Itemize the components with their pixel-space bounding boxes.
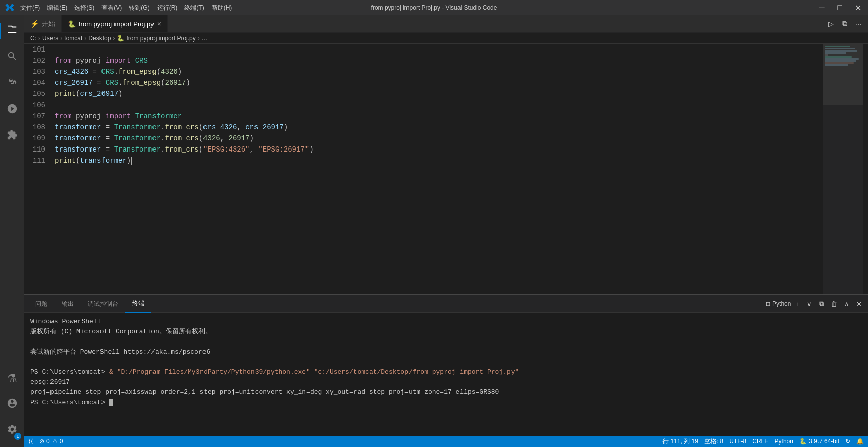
split-editor-button[interactable]: ⧉ — [840, 19, 850, 28]
code-line-109: transformer = Transformer.from_crs(4326,… — [55, 133, 823, 144]
panel-tab-debug[interactable]: 调试控制台 — [81, 295, 125, 313]
vertical-scrollbar[interactable] — [863, 44, 868, 294]
editor-content[interactable]: 101 102 103 104 105 106 107 108 109 110 … — [24, 44, 868, 294]
status-language[interactable]: Python — [775, 438, 793, 445]
settings-badge: 1 — [14, 433, 21, 440]
code-line-108: transformer = Transformer.from_crs(crs_4… — [55, 122, 823, 133]
status-python-version[interactable]: 🐍 3.9.7 64-bit — [799, 438, 839, 445]
status-encoding[interactable]: UTF-8 — [729, 438, 746, 445]
terminal-lang-label: Python — [772, 300, 791, 307]
panel-close-button[interactable]: ✕ — [854, 299, 864, 309]
activity-explorer[interactable] — [0, 19, 24, 43]
main-layout: ⚗ 1 ⚡ 开始 🐍 from pypr — [0, 15, 868, 447]
status-bar: ⟩⟨ ⊘ 0 ⚠ 0 行 111, 列 19 空格: 8 UTF-8 — [24, 436, 868, 447]
maximize-button[interactable]: □ — [835, 3, 845, 12]
status-line-ending[interactable]: CRLF — [752, 438, 768, 445]
terminal-trash-button[interactable]: 🗑 — [829, 299, 839, 309]
editor-area: ⚡ 开始 🐍 from pyproj import Proj.py × ▷ ⧉ … — [24, 15, 868, 447]
panel-maximize-button[interactable]: ∧ — [842, 299, 851, 309]
breadcrumb-desktop[interactable]: Desktop — [88, 35, 111, 42]
activity-source-control[interactable] — [0, 72, 24, 96]
code-line-111: print(transformer) — [55, 155, 823, 166]
code-line-110: transformer = Transformer.from_crs("EPSG… — [55, 144, 823, 155]
terminal-run-icon: ⊡ — [765, 301, 770, 307]
breadcrumb-sep-3: › — [84, 35, 86, 42]
status-position[interactable]: 行 111, 列 19 — [662, 437, 698, 446]
terminal-line-4: 尝试新的跨平台 PowerShell https://aka.ms/pscore… — [30, 347, 862, 357]
window-title: from pyproj import Proj.py - Visual Stud… — [371, 4, 497, 11]
run-debug-icon — [7, 103, 18, 117]
source-control-icon — [7, 77, 18, 91]
terminal-line-8: proj=pipeline step proj=axisswap order=2… — [30, 387, 862, 398]
code-line-101 — [55, 44, 823, 55]
menu-help[interactable]: 帮助(H) — [212, 4, 232, 12]
breadcrumb-ellipsis[interactable]: ... — [202, 35, 207, 42]
activity-extensions[interactable] — [0, 124, 24, 148]
panel-tab-terminal[interactable]: 终端 — [125, 295, 151, 313]
status-sync[interactable]: ↻ — [845, 438, 850, 445]
start-tab-label: 开始 — [42, 19, 55, 28]
terminal-content[interactable]: Windows PowerShell 版权所有 (C) Microsoft Co… — [24, 313, 868, 436]
minimap-slider[interactable] — [823, 44, 863, 105]
python-version-label: 3.9.7 64-bit — [809, 438, 839, 445]
tab-close-button[interactable]: × — [157, 20, 161, 27]
bell-icon: 🔔 — [856, 438, 864, 445]
tab-bar-actions: ▷ ⧉ ··· — [822, 15, 868, 32]
sync-icon: ↻ — [845, 438, 850, 445]
title-bar-left: 文件(F) 编辑(E) 选择(S) 查看(V) 转到(G) 运行(R) 终端(T… — [5, 3, 232, 12]
more-actions-button[interactable]: ··· — [854, 20, 864, 28]
encoding-label: UTF-8 — [729, 438, 746, 445]
terminal-line-1: Windows PowerShell — [30, 317, 862, 327]
error-icon: ⊘ — [39, 438, 44, 445]
status-notifications[interactable]: 🔔 — [856, 438, 864, 445]
breadcrumb-sep-4: › — [113, 35, 115, 42]
activity-search[interactable] — [0, 45, 24, 70]
vscode-start-icon: ⚡ — [30, 20, 39, 28]
code-line-104: crs_26917 = CRS.from_epsg(26917) — [55, 77, 823, 88]
activity-flask[interactable]: ⚗ — [0, 366, 24, 390]
menu-bar[interactable]: 文件(F) 编辑(E) 选择(S) 查看(V) 转到(G) 运行(R) 终端(T… — [20, 4, 232, 12]
tab-start[interactable]: ⚡ 开始 — [24, 15, 62, 32]
terminal-split-button[interactable]: ⧉ — [817, 299, 826, 309]
run-file-button[interactable]: ▷ — [826, 20, 836, 28]
breadcrumb-sep-2: › — [60, 35, 62, 42]
menu-view[interactable]: 查看(V) — [101, 4, 122, 12]
breadcrumb-filename[interactable]: from pyproj import Proj.py — [126, 35, 195, 42]
extensions-icon — [7, 129, 18, 143]
remote-icon: ⟩⟨ — [28, 438, 33, 445]
close-button[interactable]: ✕ — [853, 3, 863, 13]
menu-edit[interactable]: 编辑(E) — [47, 4, 67, 12]
vscode-logo-icon — [5, 3, 14, 12]
status-spaces[interactable]: 空格: 8 — [704, 437, 723, 446]
breadcrumb-tomcat[interactable]: tomcat — [64, 35, 82, 42]
code-editor[interactable]: from pyproj import CRS crs_4326 = CRS.fr… — [49, 44, 823, 294]
status-remote[interactable]: ⟩⟨ — [28, 438, 33, 445]
breadcrumb-drive[interactable]: C: — [30, 35, 36, 42]
menu-file[interactable]: 文件(F) — [20, 4, 40, 12]
panel-tab-problems[interactable]: 问题 — [28, 295, 55, 313]
search-icon — [7, 51, 18, 65]
line-ending-label: CRLF — [752, 438, 768, 445]
tab-active-file[interactable]: 🐍 from pyproj import Proj.py × — [62, 15, 168, 32]
breadcrumb-users[interactable]: Users — [42, 35, 58, 42]
active-tab-filename: from pyproj import Proj.py — [79, 20, 154, 28]
activity-account[interactable] — [0, 392, 24, 417]
explorer-icon — [7, 24, 18, 38]
window-controls[interactable]: ─ □ ✕ — [816, 3, 863, 13]
activity-run[interactable] — [0, 98, 24, 122]
panel-tab-output[interactable]: 输出 — [55, 295, 81, 313]
menu-select[interactable]: 选择(S) — [74, 4, 94, 12]
menu-run[interactable]: 运行(R) — [157, 4, 178, 12]
terminal-add-button[interactable]: + — [794, 299, 802, 309]
panel-area: 问题 输出 调试控制台 终端 ⊡ Python + ∨ ⧉ 🗑 ∧ ✕ — [24, 294, 868, 436]
menu-terminal[interactable]: 终端(T) — [184, 4, 204, 12]
python-file-icon: 🐍 — [68, 20, 76, 28]
minimap[interactable] — [823, 44, 863, 294]
menu-goto[interactable]: 转到(G) — [129, 4, 149, 12]
terminal-dropdown-button[interactable]: ∨ — [805, 299, 814, 309]
status-errors[interactable]: ⊘ 0 ⚠ 0 — [39, 438, 63, 445]
minimize-button[interactable]: ─ — [816, 3, 827, 12]
activity-settings[interactable]: 1 — [0, 419, 24, 443]
terminal-line-9: PS C:\Users\tomcat> — [30, 398, 862, 408]
language-label: Python — [775, 438, 793, 445]
